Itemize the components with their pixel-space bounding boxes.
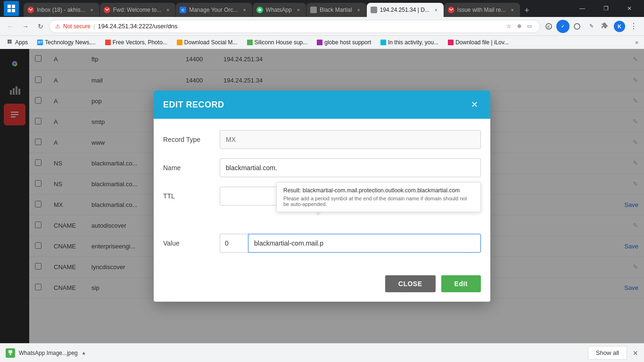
cast-icon[interactable]: ▭ — [525, 22, 534, 31]
tab-close-issue[interactable]: × — [509, 6, 516, 14]
tab-blackmartial[interactable]: Black Martial × — [306, 3, 366, 17]
tab-inbox[interactable]: Inbox (18) - akhis... × — [24, 3, 99, 17]
form-row-name: Name document.querySelector('[data-name=… — [163, 158, 481, 177]
settings-icon[interactable]: ⋮ — [627, 20, 640, 33]
tab-close-inbox[interactable]: × — [88, 6, 96, 14]
show-all-button[interactable]: Show all — [588, 346, 627, 360]
tab-whatsapp[interactable]: WhatsApp × — [253, 3, 306, 17]
tooltip-result: Result: blackmartial-com.mail.protection… — [283, 187, 474, 194]
tab-label-dns: 194.24.251.34 | D... — [380, 7, 429, 13]
tooltip-result-label: Result: — [283, 187, 301, 194]
tab-dns[interactable]: 194.24.251.34 | D... × — [367, 3, 444, 17]
svg-rect-3 — [12, 9, 15, 12]
bookmark-star-icon[interactable]: ☆ — [504, 22, 513, 31]
address-bar[interactable]: ⚠ Not secure | 194.24.251.34:2222/user/d… — [49, 20, 540, 33]
bottom-bar-close-button[interactable]: ✕ — [633, 349, 638, 357]
bookmark-siliconn[interactable]: Siliconn House sup... — [243, 38, 312, 47]
tab-issue[interactable]: Issue with Mail re... × — [444, 3, 520, 17]
extension-icon-1[interactable]: K — [542, 20, 555, 33]
tooltip-hint: Please add a period symbol at the end of… — [283, 196, 474, 207]
back-button[interactable]: ← — [4, 20, 17, 33]
tab-fwd[interactable]: Fwd: Welcome to... × — [100, 3, 175, 17]
tab-favicon-whatsapp — [256, 7, 263, 13]
bookmark-technology[interactable]: BT Technology News,... — [33, 38, 99, 47]
title-bar: Inbox (18) - akhis... × Fwd: Welcome to.… — [0, 0, 644, 17]
name-label: Name — [163, 164, 220, 172]
bookmark-globe-label: globe host support — [324, 39, 371, 46]
svg-rect-2 — [8, 9, 11, 12]
bottom-bar: WhatsApp Image...jpeg ▲ Show all ✕ — [0, 343, 644, 362]
bookmarks-bar: Apps BT Technology News,... Free Vectors… — [0, 36, 644, 49]
edit-record-modal: EDIT RECORD ✕ Record Type document.query… — [154, 90, 490, 302]
start-button[interactable] — [4, 1, 19, 16]
bookmark-vectors[interactable]: Free Vectors, Photo... — [101, 38, 171, 47]
bookmark-download-file-label: Download file | iLov... — [455, 39, 509, 46]
download-file-icon — [6, 348, 15, 358]
bookmark-download-social-label: Download Social M... — [184, 39, 238, 46]
modal-header: EDIT RECORD ✕ — [154, 90, 490, 119]
extension-icon-4[interactable]: ✎ — [585, 20, 598, 33]
value-content-input[interactable] — [248, 234, 481, 253]
record-type-input[interactable] — [220, 130, 481, 149]
bookmark-download-social[interactable]: Download Social M... — [173, 38, 241, 47]
download-item: WhatsApp Image...jpeg ▲ — [6, 348, 86, 358]
tab-favicon-manage: C — [180, 7, 186, 13]
form-row-record-type: Record Type document.querySelector('[dat… — [163, 130, 481, 149]
bookmark-activity[interactable]: In this activity, you... — [377, 38, 442, 47]
tab-close-whatsapp[interactable]: × — [295, 6, 302, 14]
svg-text:K: K — [547, 25, 550, 29]
bookmark-siliconn-label: Siliconn House sup... — [255, 39, 308, 46]
tab-close-dns[interactable]: × — [432, 6, 440, 14]
modal-close-x-button[interactable]: ✕ — [468, 98, 481, 111]
tab-favicon-dns — [371, 7, 377, 13]
extension-icon-2[interactable]: ✓ — [556, 20, 570, 33]
modal-body: Record Type document.querySelector('[dat… — [154, 119, 490, 272]
puzzle-icon[interactable] — [599, 20, 612, 33]
edit-button[interactable]: EdIt — [441, 275, 481, 292]
download-chevron-icon[interactable]: ▲ — [82, 350, 86, 355]
form-row-value: Value — [163, 234, 481, 253]
new-tab-button[interactable]: + — [520, 4, 534, 17]
minimize-button[interactable]: — — [571, 0, 593, 17]
content-area: A ftp 14400 194.24.251.34 ✎ A mail 14400… — [0, 49, 644, 343]
modal-title: EDIT RECORD — [163, 100, 224, 110]
name-input[interactable] — [220, 158, 481, 177]
forward-button[interactable]: → — [19, 20, 32, 33]
tab-close-manage[interactable]: × — [241, 6, 248, 14]
svg-rect-19 — [8, 350, 12, 353]
tab-close-blackmartial[interactable]: × — [355, 6, 363, 14]
tab-close-fwd[interactable]: × — [164, 6, 172, 14]
bookmark-technology-label: Technology News,... — [45, 39, 95, 46]
close-window-button[interactable]: ✕ — [619, 0, 640, 17]
profile-icon[interactable]: K — [613, 20, 626, 33]
restore-button[interactable]: ❐ — [595, 0, 617, 17]
value-inputs — [220, 234, 481, 253]
separator: | — [93, 23, 95, 30]
not-secure-icon: ⚠ — [55, 23, 60, 30]
tab-favicon-blackmartial — [310, 7, 317, 13]
tab-favicon-fwd — [104, 7, 110, 13]
tab-label-blackmartial: Black Martial — [320, 7, 352, 13]
bookmark-apps-label: Apps — [15, 39, 28, 46]
tab-favicon-inbox — [27, 7, 34, 13]
svg-rect-7 — [8, 40, 9, 41]
value-label: Value — [163, 239, 220, 247]
tooltip-box: Result: blackmartial-com.mail.protection… — [276, 182, 481, 212]
extension-icon-3[interactable] — [570, 20, 584, 33]
bookmark-download-file[interactable]: Download file | iLov... — [444, 38, 512, 47]
window-controls: — ❐ ✕ — [571, 0, 640, 17]
modal-overlay: EDIT RECORD ✕ Record Type document.query… — [0, 49, 644, 343]
ttl-label: TTL — [163, 192, 220, 200]
bookmarks-more-button[interactable]: » — [633, 38, 640, 47]
value-priority-input[interactable] — [220, 234, 248, 253]
close-button[interactable]: CLOSE — [385, 275, 436, 292]
reload-button[interactable]: ↻ — [34, 20, 47, 33]
lens-icon[interactable]: ⊕ — [514, 22, 524, 31]
tab-bar: Inbox (18) - akhis... × Fwd: Welcome to.… — [24, 0, 569, 17]
bookmark-globe[interactable]: globe host support — [313, 38, 375, 47]
bookmark-apps[interactable]: Apps — [4, 38, 32, 47]
browser-window: Inbox (18) - akhis... × Fwd: Welcome to.… — [0, 0, 644, 362]
tab-manage[interactable]: C Manage Your Orc... × — [176, 3, 252, 17]
svg-rect-10 — [10, 41, 12, 43]
profile-badge: K — [614, 21, 625, 32]
